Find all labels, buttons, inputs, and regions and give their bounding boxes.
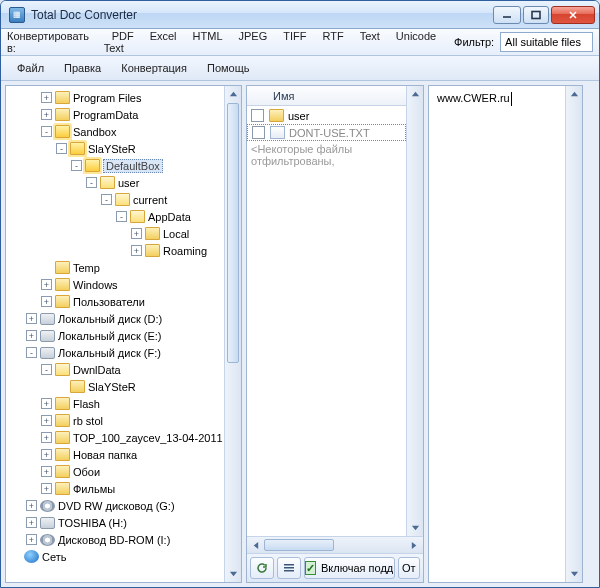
row-checkbox[interactable] — [251, 109, 264, 122]
collapse-icon[interactable]: - — [56, 143, 67, 154]
scroll-right-icon[interactable] — [406, 537, 423, 553]
scroll-up-icon[interactable] — [566, 86, 582, 103]
tree-node[interactable]: SlaYSteR — [8, 378, 224, 395]
maximize-button[interactable] — [523, 6, 549, 24]
preview-scrollbar-v[interactable] — [565, 86, 582, 582]
scroll-left-icon[interactable] — [247, 537, 264, 553]
expand-icon[interactable]: + — [41, 432, 52, 443]
close-button[interactable] — [551, 6, 595, 24]
expand-icon[interactable]: + — [41, 449, 52, 460]
tree-node[interactable]: +Локальный диск (E:) — [8, 327, 224, 344]
tree-node[interactable]: +DVD RW дисковод (G:) — [8, 497, 224, 514]
minimize-button[interactable] — [493, 6, 521, 24]
tree-node[interactable]: -Sandbox — [8, 123, 224, 140]
expand-icon[interactable]: + — [41, 92, 52, 103]
tree-node[interactable]: +TOSHIBA (H:) — [8, 514, 224, 531]
tree-node[interactable]: +Flash — [8, 395, 224, 412]
tree-node[interactable]: +Обои — [8, 463, 224, 480]
tree-node-label: DVD RW дисковод (G:) — [58, 500, 175, 512]
tree-node[interactable]: +Дисковод BD-ROM (I:) — [8, 531, 224, 548]
convert-excel-button[interactable]: Excel — [142, 26, 185, 46]
drive-icon — [40, 517, 55, 529]
convert-html-button[interactable]: HTML — [185, 26, 231, 46]
scroll-down-icon[interactable] — [407, 519, 423, 536]
folder-tree[interactable]: +Program Files+ProgramData-Sandbox-SlaYS… — [6, 86, 224, 582]
expand-icon[interactable]: + — [41, 483, 52, 494]
collapse-icon[interactable]: - — [101, 194, 112, 205]
expand-icon[interactable]: + — [41, 279, 52, 290]
expand-icon[interactable]: + — [41, 296, 52, 307]
expand-icon[interactable]: + — [41, 109, 52, 120]
tree-node[interactable]: Temp — [8, 259, 224, 276]
list-row[interactable]: user — [247, 107, 406, 124]
tree-node[interactable]: +Фильмы — [8, 480, 224, 497]
tree-node[interactable]: -AppData — [8, 208, 224, 225]
menu-Файл[interactable]: Файл — [7, 58, 54, 78]
expand-icon[interactable]: + — [41, 398, 52, 409]
expand-icon[interactable]: + — [26, 500, 37, 511]
include-subdirs-label: Включая поддиректории — [321, 562, 394, 574]
refresh-button[interactable] — [250, 557, 274, 579]
collapse-icon[interactable]: - — [41, 364, 52, 375]
row-checkbox[interactable] — [252, 126, 265, 139]
expand-icon[interactable]: + — [131, 228, 142, 239]
scroll-thumb[interactable] — [227, 103, 239, 363]
convert-toolbar: Конвертировать в: PDFExcelHTMLJPEGTIFFRT… — [1, 29, 599, 56]
tree-node[interactable]: -DwnlData — [8, 361, 224, 378]
expand-icon[interactable]: + — [41, 415, 52, 426]
file-list[interactable]: userDONT-USE.TXT<Некоторые файлы отфильт… — [247, 106, 406, 536]
list-scrollbar-v[interactable] — [406, 86, 423, 536]
tree-node[interactable]: +TOP_100_zaycev_13-04-2011 — [8, 429, 224, 446]
collapse-icon[interactable]: - — [41, 126, 52, 137]
tree-node[interactable]: +Локальный диск (D:) — [8, 310, 224, 327]
tree-node-label: Roaming — [163, 245, 207, 257]
menu-Правка[interactable]: Правка — [54, 58, 111, 78]
tree-node[interactable]: +ProgramData — [8, 106, 224, 123]
tree-node[interactable]: Сеть — [8, 548, 224, 565]
collapse-icon[interactable]: - — [26, 347, 37, 358]
menu-Конвертация[interactable]: Конвертация — [111, 58, 197, 78]
collapse-icon[interactable]: - — [116, 211, 127, 222]
tree-node[interactable]: -DefaultBox — [8, 157, 224, 174]
tree-node[interactable]: -current — [8, 191, 224, 208]
mark-button[interactable]: От — [398, 557, 420, 579]
tree-node[interactable]: -Локальный диск (F:) — [8, 344, 224, 361]
convert-rtf-button[interactable]: RTF — [314, 26, 351, 46]
tree-node[interactable]: +Local — [8, 225, 224, 242]
tree-node[interactable]: -user — [8, 174, 224, 191]
expand-icon[interactable]: + — [41, 466, 52, 477]
collapse-icon[interactable]: - — [86, 177, 97, 188]
scroll-up-icon[interactable] — [225, 86, 241, 103]
expand-icon[interactable]: + — [26, 534, 37, 545]
convert-jpeg-button[interactable]: JPEG — [231, 26, 276, 46]
expand-icon[interactable]: + — [26, 313, 37, 324]
list-row[interactable]: DONT-USE.TXT — [247, 124, 406, 141]
tree-node[interactable]: +Пользователи — [8, 293, 224, 310]
scroll-down-icon[interactable] — [566, 565, 582, 582]
tree-scrollbar-v[interactable] — [224, 86, 241, 582]
menu-Помощь[interactable]: Помощь — [197, 58, 260, 78]
tree-node[interactable]: +Новая папка — [8, 446, 224, 463]
convert-tiff-button[interactable]: TIFF — [275, 26, 314, 46]
titlebar[interactable]: ▦ Total Doc Converter — [1, 1, 599, 29]
preview-text[interactable]: www.CWER.ru — [429, 86, 565, 582]
tree-node[interactable]: +rb stol — [8, 412, 224, 429]
svg-rect-3 — [284, 570, 294, 572]
scroll-thumb[interactable] — [264, 539, 334, 551]
tree-node[interactable]: +Windows — [8, 276, 224, 293]
tree-node[interactable]: +Roaming — [8, 242, 224, 259]
convert-text-button[interactable]: Text — [352, 26, 388, 46]
expand-icon[interactable]: + — [26, 330, 37, 341]
list-scrollbar-h[interactable] — [247, 536, 423, 553]
scroll-up-icon[interactable] — [407, 86, 423, 103]
filter-dropdown[interactable]: All suitable files — [500, 32, 593, 52]
include-subdirs-button[interactable]: ✓ Включая поддиректории — [304, 557, 395, 579]
list-header-name[interactable]: Имя — [247, 86, 406, 106]
tree-node[interactable]: +Program Files — [8, 89, 224, 106]
expand-icon[interactable]: + — [26, 517, 37, 528]
collapse-icon[interactable]: - — [71, 160, 82, 171]
tree-node[interactable]: -SlaYSteR — [8, 140, 224, 157]
scroll-down-icon[interactable] — [225, 565, 241, 582]
expand-icon[interactable]: + — [131, 245, 142, 256]
list-view-button[interactable] — [277, 557, 301, 579]
